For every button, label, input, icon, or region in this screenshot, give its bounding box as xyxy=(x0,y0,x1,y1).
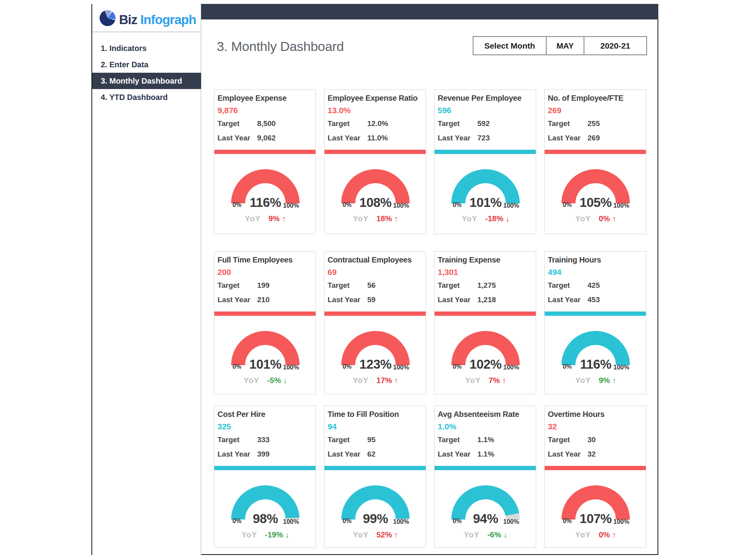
kpi-title: Employee Expense xyxy=(217,94,287,103)
last-year-value: 269 xyxy=(587,134,600,142)
target-label: Target xyxy=(548,281,587,290)
last-year-row: Last Year1,218 xyxy=(438,296,496,304)
sidebar-item[interactable]: 4. YTD Dashboard xyxy=(92,89,201,105)
last-year-value: 59 xyxy=(367,296,375,304)
kpi-title: No. of Employee/FTE xyxy=(548,94,623,103)
accent-divider xyxy=(214,150,316,154)
target-label: Target xyxy=(438,119,477,128)
kpi-current-value: 94 xyxy=(328,422,337,431)
page-title: 3. Monthly Dashboard xyxy=(217,39,344,54)
gauge-percent-value: 102% xyxy=(435,357,537,372)
month-value-button[interactable]: MAY xyxy=(546,37,584,54)
kpi-title: Time to Fill Position xyxy=(328,410,399,419)
target-label: Target xyxy=(548,119,587,128)
yoy-row: YoY -6% ↓ xyxy=(435,530,537,539)
sidebar-item[interactable]: 3. Monthly Dashboard xyxy=(92,73,201,89)
kpi-title: Revenue Per Employee xyxy=(438,94,521,103)
target-row: Target255 xyxy=(548,119,600,128)
year-value-button[interactable]: 2020-21 xyxy=(584,37,646,54)
last-year-row: Last Year269 xyxy=(548,134,600,142)
sidebar-item-label: 2. Enter Data xyxy=(101,60,148,69)
last-year-row: Last Year453 xyxy=(548,296,600,304)
kpi-card: Contractual Employees 69 Target56 Last Y… xyxy=(324,251,426,394)
gauge-percent-value: 99% xyxy=(324,511,426,526)
last-year-label: Last Year xyxy=(328,450,367,458)
target-value: 30 xyxy=(587,436,596,444)
accent-divider xyxy=(435,312,536,316)
kpi-card: Revenue Per Employee 596 Target592 Last … xyxy=(434,89,536,234)
target-value: 255 xyxy=(587,119,600,128)
card-row-3: Cost Per Hire 325 Target333 Last Year399… xyxy=(214,406,646,548)
kpi-current-value: 69 xyxy=(328,268,337,277)
target-row: Target1,275 xyxy=(438,281,496,290)
yoy-value: 17% ↑ xyxy=(376,376,398,385)
yoy-label: YoY xyxy=(353,530,368,539)
accent-divider xyxy=(214,466,316,470)
last-year-row: Last Year399 xyxy=(217,450,270,458)
kpi-current-value: 1.0% xyxy=(438,422,456,431)
kpi-current-value: 325 xyxy=(217,422,231,431)
last-year-value: 9,062 xyxy=(257,134,276,142)
last-year-value: 723 xyxy=(477,134,490,142)
kpi-card: Training Expense 1,301 Target1,275 Last … xyxy=(434,251,536,394)
frame-border-right xyxy=(658,19,658,555)
yoy-label: YoY xyxy=(353,214,368,223)
target-value: 56 xyxy=(367,281,375,289)
last-year-label: Last Year xyxy=(217,296,257,304)
target-row: Target95 xyxy=(328,436,375,444)
kpi-title: Cost Per Hire xyxy=(217,410,265,419)
target-value: 425 xyxy=(587,281,600,289)
last-year-row: Last Year62 xyxy=(328,450,375,458)
yoy-value: 0% ↑ xyxy=(599,214,616,223)
gauge-percent-value: 107% xyxy=(545,511,647,526)
top-navy-bar xyxy=(201,4,658,19)
yoy-row: YoY 17% ↑ xyxy=(324,376,426,385)
target-value: 1,275 xyxy=(477,281,496,289)
target-value: 12.0% xyxy=(367,119,388,128)
gauge-percent-value: 116% xyxy=(545,357,647,372)
target-label: Target xyxy=(328,119,367,128)
last-year-row: Last Year723 xyxy=(438,134,490,142)
kpi-current-value: 13.0% xyxy=(328,106,351,115)
last-year-label: Last Year xyxy=(438,296,477,304)
select-month-button[interactable]: Select Month xyxy=(473,37,546,54)
target-value: 333 xyxy=(257,436,270,444)
kpi-card: Training Hours 494 Target425 Last Year45… xyxy=(544,251,646,394)
last-year-value: 32 xyxy=(587,450,596,458)
gauge-percent-value: 101% xyxy=(435,195,537,210)
month-selector: Select Month MAY 2020-21 xyxy=(473,36,647,55)
last-year-row: Last Year59 xyxy=(328,296,375,304)
yoy-label: YoY xyxy=(465,376,481,385)
target-label: Target xyxy=(438,436,477,444)
last-year-value: 453 xyxy=(587,296,600,304)
last-year-label: Last Year xyxy=(217,450,257,458)
accent-divider xyxy=(435,466,536,470)
yoy-value: 52% ↑ xyxy=(376,530,398,539)
target-row: Target1.1% xyxy=(438,436,494,444)
kpi-current-value: 494 xyxy=(548,268,561,277)
kpi-card: Avg Absenteeism Rate 1.0% Target1.1% Las… xyxy=(434,406,536,548)
yoy-label: YoY xyxy=(245,214,261,223)
kpi-title: Training Expense xyxy=(438,256,500,264)
yoy-row: YoY -18% ↓ xyxy=(435,214,537,223)
yoy-value: -6% ↓ xyxy=(487,530,507,539)
target-value: 199 xyxy=(257,281,270,289)
yoy-row: YoY 0% ↑ xyxy=(545,530,647,539)
sidebar-item[interactable]: 1. Indicators xyxy=(92,40,201,56)
target-row: Target30 xyxy=(548,436,596,444)
kpi-title: Training Hours xyxy=(548,256,601,264)
last-year-row: Last Year32 xyxy=(548,450,596,458)
brand-name: Biz Infograph xyxy=(119,12,196,27)
kpi-card: Overtime Hours 32 Target30 Last Year32 0… xyxy=(544,406,646,548)
sidebar-item[interactable]: 2. Enter Data xyxy=(92,56,201,73)
yoy-label: YoY xyxy=(464,530,479,539)
gauge-percent-value: 116% xyxy=(214,195,316,210)
last-year-label: Last Year xyxy=(548,450,587,458)
last-year-row: Last Year11.0% xyxy=(328,134,388,142)
kpi-card: Full Time Employees 200 Target199 Last Y… xyxy=(214,251,316,394)
gauge-percent-value: 94% xyxy=(435,511,537,526)
target-label: Target xyxy=(328,436,367,444)
logo: Biz Infograph xyxy=(92,4,201,32)
kpi-card: Cost Per Hire 325 Target333 Last Year399… xyxy=(214,406,316,548)
gauge-percent-value: 105% xyxy=(545,195,647,210)
